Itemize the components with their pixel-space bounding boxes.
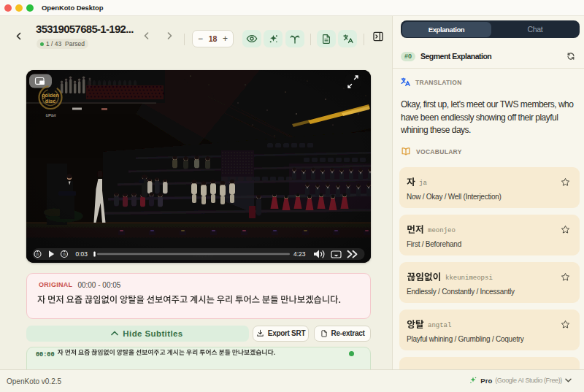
svg-text:0:03: 0:03: [76, 250, 88, 258]
svg-text:4:23: 4:23: [293, 250, 306, 258]
svg-text:15: 15: [36, 253, 39, 256]
svg-text:disc: disc: [45, 98, 55, 104]
svg-text:UPbit: UPbit: [45, 113, 55, 118]
svg-text:15: 15: [63, 253, 66, 256]
